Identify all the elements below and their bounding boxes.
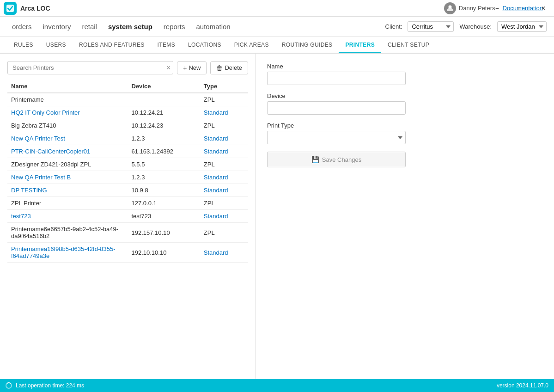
cell-name: Printernamea16f98b5-d635-42fd-8355-f64ad… — [7, 243, 128, 263]
nav-orders[interactable]: orders — [7, 20, 37, 33]
table-row[interactable]: PrinternameZPL — [7, 93, 248, 106]
printer-name-link[interactable]: New QA Printer Test B — [11, 174, 71, 181]
subnav-routing-guides[interactable]: ROUTING GUIDES — [275, 38, 339, 53]
table-row[interactable]: ZDesigner ZD421-203dpi ZPL5.5.5ZPL — [7, 158, 248, 171]
main-nav: orders inventory retail system setup rep… — [0, 17, 554, 37]
device-form-group: Device — [267, 92, 543, 115]
cell-device — [128, 93, 200, 106]
app-logo — [4, 2, 17, 15]
cell-device: 192.157.10.10 — [128, 223, 200, 243]
table-row[interactable]: New QA Printer Test1.2.3Standard — [7, 132, 248, 145]
window-controls: – □ ✕ — [487, 0, 554, 17]
delete-button-label: Delete — [225, 64, 242, 71]
cell-type: ZPL — [200, 158, 248, 171]
printer-name-link[interactable]: HQ2 IT Only Color Printer — [11, 109, 80, 116]
cell-device: 10.9.8 — [128, 184, 200, 197]
cell-name: DP TESTING — [7, 184, 128, 197]
printer-type-link[interactable]: Standard — [204, 213, 228, 220]
close-button[interactable]: ✕ — [533, 0, 554, 17]
plus-icon: + — [183, 64, 187, 72]
cell-name: Printername6e6657b5-9ab2-4c52-ba49-da9f6… — [7, 223, 128, 243]
printer-type-link[interactable]: Standard — [204, 187, 228, 194]
save-button-label: Save Changes — [322, 156, 361, 163]
user-avatar — [444, 2, 456, 14]
subnav-locations[interactable]: LOCATIONS — [182, 38, 228, 53]
cell-name: HQ2 IT Only Color Printer — [7, 106, 128, 119]
printer-type-link[interactable]: Standard — [204, 148, 228, 155]
statusbar: Last operation time: 224 ms version 2024… — [0, 379, 554, 392]
printer-name-link[interactable]: New QA Printer Test — [11, 135, 65, 142]
status-left: Last operation time: 224 ms — [6, 382, 84, 389]
table-row[interactable]: New QA Printer Test B1.2.3Standard — [7, 171, 248, 184]
subnav-items[interactable]: ITEMS — [151, 38, 182, 53]
left-panel: × + New 🗑 Delete Name Device Type — [0, 54, 256, 379]
cell-type: Standard — [200, 243, 248, 263]
printer-name-link[interactable]: Printernamea16f98b5-d635-42fd-8355-f64ad… — [11, 245, 116, 259]
cell-name: New QA Printer Test — [7, 132, 128, 145]
printer-type-link[interactable]: Standard — [204, 249, 228, 256]
table-row[interactable]: DP TESTING10.9.8Standard — [7, 184, 248, 197]
subnav-client-setup[interactable]: CLIENT SETUP — [381, 38, 436, 53]
search-row: × + New 🗑 Delete — [7, 61, 248, 74]
client-label: Client: — [385, 23, 402, 30]
nav-retail[interactable]: retail — [77, 20, 102, 33]
printer-type-link[interactable]: Standard — [204, 109, 228, 116]
subnav-roles-features[interactable]: ROLES AND FEATURES — [73, 38, 151, 53]
printer-table-wrapper[interactable]: Name Device Type PrinternameZPLHQ2 IT On… — [7, 80, 248, 372]
maximize-button[interactable]: □ — [510, 0, 531, 17]
table-row[interactable]: ZPL Printer127.0.0.1ZPL — [7, 197, 248, 210]
printer-name-link[interactable]: test723 — [11, 213, 31, 220]
nav-inventory[interactable]: inventory — [38, 20, 76, 33]
sub-nav: RULES USERS ROLES AND FEATURES ITEMS LOC… — [0, 37, 554, 54]
print-type-select-wrap: ZPL Standard — [267, 131, 406, 144]
printer-name-link[interactable]: PTR-CIN-CallCenterCopier01 — [11, 148, 90, 155]
cell-type: Standard — [200, 210, 248, 223]
cell-type: Standard — [200, 106, 248, 119]
client-select[interactable]: Cerritus — [408, 21, 454, 32]
nav-system-setup[interactable]: system setup — [103, 20, 157, 33]
main-content: × + New 🗑 Delete Name Device Type — [0, 54, 554, 379]
cell-name: Printername — [7, 93, 128, 106]
nav-automation[interactable]: automation — [191, 20, 235, 33]
warehouse-select[interactable]: West Jordan — [497, 21, 547, 32]
save-icon: 💾 — [311, 156, 319, 163]
app-name: Arca LOC — [20, 5, 444, 12]
table-row[interactable]: Printername6e6657b5-9ab2-4c52-ba49-da9f6… — [7, 223, 248, 243]
device-input[interactable] — [267, 101, 406, 115]
cell-device: test723 — [128, 210, 200, 223]
cell-name: New QA Printer Test B — [7, 171, 128, 184]
printer-table: Name Device Type PrinternameZPLHQ2 IT On… — [7, 80, 248, 263]
subnav-users[interactable]: USERS — [40, 38, 73, 53]
name-input[interactable] — [267, 72, 406, 85]
cell-device: 10.12.24.23 — [128, 119, 200, 132]
table-row[interactable]: test723test723Standard — [7, 210, 248, 223]
minimize-button[interactable]: – — [487, 0, 508, 17]
delete-button[interactable]: 🗑 Delete — [210, 61, 248, 74]
save-changes-button[interactable]: 💾 Save Changes — [267, 152, 406, 167]
nav-reports[interactable]: reports — [159, 20, 190, 33]
search-input[interactable] — [7, 61, 173, 74]
table-row[interactable]: Printernamea16f98b5-d635-42fd-8355-f64ad… — [7, 243, 248, 263]
print-type-form-group: Print Type ZPL Standard — [267, 122, 543, 144]
table-row[interactable]: PTR-CIN-CallCenterCopier0161.163.1.24392… — [7, 145, 248, 158]
name-label: Name — [267, 63, 543, 70]
printer-type-link[interactable]: Standard — [204, 135, 228, 142]
subnav-printers[interactable]: PRINTERS — [339, 38, 381, 53]
new-button[interactable]: + New — [177, 61, 207, 74]
cell-name: Big Zebra ZT410 — [7, 119, 128, 132]
cell-type: Standard — [200, 145, 248, 158]
name-form-group: Name — [267, 63, 543, 85]
cell-device: 1.2.3 — [128, 171, 200, 184]
subnav-rules[interactable]: RULES — [7, 38, 40, 53]
subnav-pick-areas[interactable]: PICK AREAS — [228, 38, 275, 53]
cell-device: 10.12.24.21 — [128, 106, 200, 119]
titlebar: Arca LOC Danny Peters Documentation – □ … — [0, 0, 554, 17]
printer-type-link[interactable]: Standard — [204, 174, 228, 181]
search-clear-icon[interactable]: × — [166, 64, 170, 72]
cell-device: 61.163.1.24392 — [128, 145, 200, 158]
cell-type: ZPL — [200, 223, 248, 243]
printer-name-link[interactable]: DP TESTING — [11, 187, 47, 194]
table-row[interactable]: HQ2 IT Only Color Printer10.12.24.21Stan… — [7, 106, 248, 119]
table-row[interactable]: Big Zebra ZT41010.12.24.23ZPL — [7, 119, 248, 132]
print-type-select[interactable]: ZPL Standard — [267, 131, 406, 144]
